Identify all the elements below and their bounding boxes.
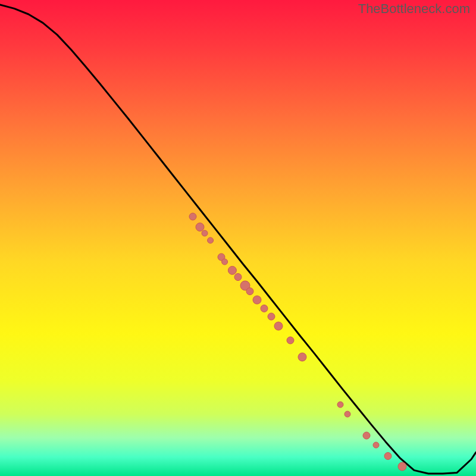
data-point (228, 266, 236, 274)
data-point (189, 213, 196, 220)
curve-path (0, 5, 476, 474)
bottleneck-curve (0, 5, 476, 474)
data-point (398, 462, 406, 471)
data-point (196, 223, 204, 231)
data-point (246, 288, 253, 295)
data-point (274, 322, 283, 330)
chart-plot-layer (0, 0, 476, 476)
data-point (363, 432, 370, 439)
data-point (337, 402, 343, 408)
data-point (208, 237, 214, 243)
data-point (345, 411, 350, 417)
data-point (287, 337, 294, 344)
data-point (384, 452, 392, 459)
data-point (202, 230, 208, 236)
data-point (268, 313, 275, 320)
watermark-text: TheBottleneck.com (358, 1, 470, 17)
chart-container: TheBottleneck.com (0, 0, 476, 476)
data-point (373, 442, 379, 448)
data-point (222, 259, 228, 265)
data-point (253, 296, 261, 304)
data-points-layer (189, 213, 406, 471)
data-point (298, 353, 306, 361)
data-point (261, 305, 268, 312)
data-point (234, 274, 242, 281)
